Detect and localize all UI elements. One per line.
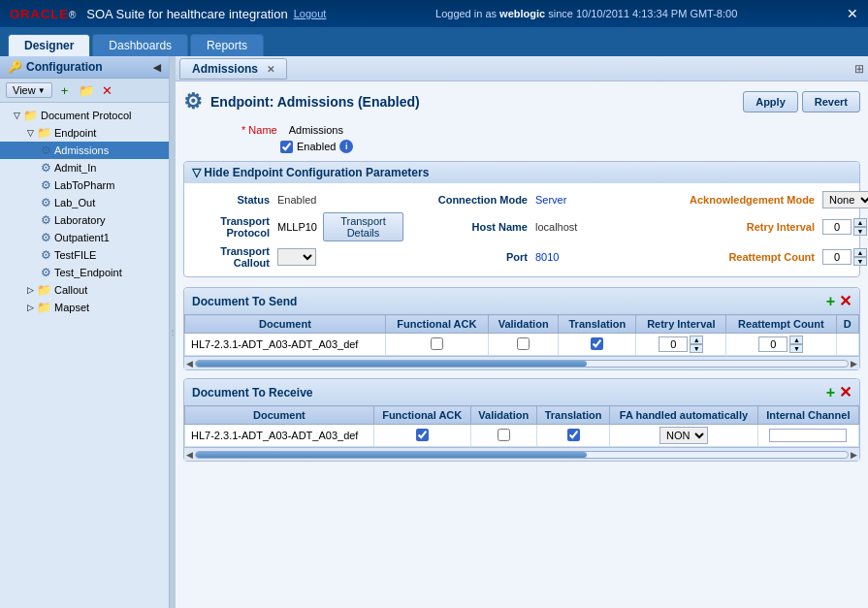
receive-scroll-bar: ◀ ▶ (184, 447, 859, 461)
name-row: * Name Admissions (183, 124, 860, 136)
recv-col-fa-handled: FA handled automatically (610, 406, 758, 425)
logout-button[interactable]: Logout (294, 8, 327, 19)
send-functional-ack[interactable] (385, 334, 488, 356)
tree: ▽ 📁 Document Protocol ▽ 📁 Endpoint ⚙ Adm… (0, 103, 169, 608)
recv-functional-ack[interactable] (373, 425, 470, 447)
send-reattempt-up[interactable]: ▲ (789, 336, 803, 344)
reattempt-count-up[interactable]: ▲ (853, 248, 867, 257)
send-retry-down[interactable]: ▼ (690, 344, 703, 353)
left-panel-title: Configuration (26, 60, 103, 74)
oracle-logo: ORACLE® (10, 7, 77, 21)
recv-internal-channel-input[interactable] (769, 429, 847, 442)
view-button[interactable]: View ▼ (6, 82, 52, 98)
tab-dashboards[interactable]: Dashboards (92, 34, 188, 56)
add-tree-item-button[interactable]: + (56, 81, 74, 99)
host-name-value: localhost (535, 221, 652, 233)
ack-mode-label: Acknowledgement Mode (659, 194, 815, 206)
name-value: Admissions (289, 124, 343, 136)
host-name-label: Host Name (411, 221, 528, 233)
revert-button[interactable]: Revert (802, 91, 860, 112)
col-translation: Translation (559, 315, 636, 334)
tree-item-outpatient1[interactable]: ⚙ Outpatient1 (0, 229, 169, 246)
tree-item-endpoint[interactable]: ▽ 📁 Endpoint (0, 124, 169, 142)
tree-item-lab-out[interactable]: ⚙ Lab_Out (0, 194, 169, 211)
send-table-row: HL7-2.3.1-ADT_A03-ADT_A03_def ▲ (185, 334, 859, 356)
send-scroll-track[interactable] (195, 360, 849, 368)
add-send-doc-button[interactable]: + (826, 293, 835, 310)
send-translation[interactable] (559, 334, 636, 356)
recv-fa-handled: NONE (610, 425, 758, 447)
transport-details-button[interactable]: Transport Details (323, 212, 403, 241)
tab-designer[interactable]: Designer (8, 34, 90, 56)
recv-translation[interactable] (536, 425, 609, 447)
add-receive-doc-button[interactable]: + (826, 384, 835, 401)
tree-item-callout[interactable]: ▷ 📁 Callout (0, 281, 169, 299)
left-panel-header: 🔑 Configuration ◀ (0, 56, 169, 79)
tree-item-test-endpoint[interactable]: ⚙ Test_Endpoint (0, 264, 169, 281)
send-doc-name: HL7-2.3.1-ADT_A03-ADT_A03_def (185, 334, 386, 356)
gear-icon: ⚙ (41, 248, 51, 262)
folder-icon: 📁 (37, 283, 51, 297)
send-validation[interactable] (488, 334, 558, 356)
info-icon[interactable]: i (339, 140, 353, 153)
send-retry-up[interactable]: ▲ (690, 336, 703, 344)
tree-item-labtopharm[interactable]: ⚙ LabToPharm (0, 176, 169, 194)
retry-interval-input[interactable] (822, 219, 852, 235)
scroll-right-arrow[interactable]: ▶ (851, 359, 857, 368)
recv-validation-checkbox[interactable] (498, 429, 510, 441)
hide-config-toggle[interactable]: ▽ Hide Endpoint Configuration Parameters (192, 166, 429, 179)
transport-callout-label: Transport Callout (192, 245, 270, 269)
recv-validation[interactable] (470, 425, 536, 447)
tab-bar: Admissions ✕ ⊞ (176, 56, 868, 81)
transport-callout-select[interactable] (277, 248, 316, 266)
tree-toolbar: View ▼ + 📁 ✕ (0, 79, 169, 103)
retry-interval-up[interactable]: ▲ (853, 218, 867, 227)
recv-scroll-left-arrow[interactable]: ◀ (186, 450, 193, 460)
window-controls[interactable]: ✕ (847, 6, 858, 21)
fa-handled-select[interactable]: NONE (659, 427, 708, 444)
transport-protocol-row: MLLP10 Transport Details (277, 212, 403, 241)
send-translation-checkbox[interactable] (591, 337, 603, 350)
ack-mode-select[interactable]: None (822, 191, 868, 208)
tree-item-admissions[interactable]: ⚙ Admissions (0, 142, 169, 159)
send-functional-ack-checkbox[interactable] (431, 337, 443, 350)
send-retry-input[interactable] (659, 336, 688, 352)
send-reattempt-down[interactable]: ▼ (789, 344, 803, 353)
folder-icon[interactable]: 📁 (78, 81, 95, 99)
content-area: ⚙ Endpoint: Admissions (Enabled) Apply R… (176, 81, 868, 608)
content-tab-admissions[interactable]: Admissions ✕ (179, 58, 287, 80)
reattempt-count-down[interactable]: ▼ (853, 257, 867, 266)
recv-functional-ack-checkbox[interactable] (416, 429, 429, 441)
recv-translation-checkbox[interactable] (567, 429, 580, 441)
scroll-left-arrow[interactable]: ◀ (186, 359, 193, 368)
tree-item-testfile[interactable]: ⚙ TestFILE (0, 246, 169, 264)
tree-item-doc-protocol[interactable]: ▽ 📁 Document Protocol (0, 107, 169, 124)
del-receive-doc-button[interactable]: ✕ (839, 383, 852, 401)
retry-interval-down[interactable]: ▼ (853, 227, 867, 236)
recv-scroll-right-arrow[interactable]: ▶ (851, 450, 857, 460)
tab-reports[interactable]: Reports (190, 34, 264, 56)
gear-icon: ⚙ (41, 161, 51, 175)
retry-interval-label: Retry Interval (659, 221, 815, 233)
reattempt-count-input[interactable] (822, 249, 852, 265)
enabled-checkbox[interactable] (280, 141, 293, 153)
ack-mode-group: None (822, 191, 868, 208)
tab-close-button[interactable]: ✕ (267, 64, 274, 75)
send-table-wrapper: Document Functional ACK Validation Trans… (184, 314, 859, 356)
send-reattempt-input[interactable] (758, 336, 788, 352)
tree-item-admit-in[interactable]: ⚙ Admit_In (0, 159, 169, 176)
del-send-doc-button[interactable]: ✕ (839, 292, 852, 310)
tree-item-laboratory[interactable]: ⚙ Laboratory (0, 211, 169, 229)
receive-table-wrapper: Document Functional ACK Validation Trans… (184, 405, 859, 447)
gear-icon: ⚙ (41, 178, 51, 192)
send-validation-checkbox[interactable] (517, 337, 530, 350)
endpoint-header: ⚙ Endpoint: Admissions (Enabled) Apply R… (183, 89, 860, 114)
left-panel: 🔑 Configuration ◀ View ▼ + 📁 ✕ ▽ 📁 Docum… (0, 56, 170, 608)
receive-scroll-track[interactable] (195, 451, 849, 459)
collapse-button[interactable]: ◀ (153, 62, 161, 73)
apply-button[interactable]: Apply (743, 91, 798, 112)
tree-item-mapset[interactable]: ▷ 📁 Mapset (0, 299, 169, 316)
maximize-button[interactable]: ⊞ (854, 62, 864, 76)
delete-tree-item-button[interactable]: ✕ (99, 81, 116, 99)
main-layout: 🔑 Configuration ◀ View ▼ + 📁 ✕ ▽ 📁 Docum… (0, 56, 868, 608)
